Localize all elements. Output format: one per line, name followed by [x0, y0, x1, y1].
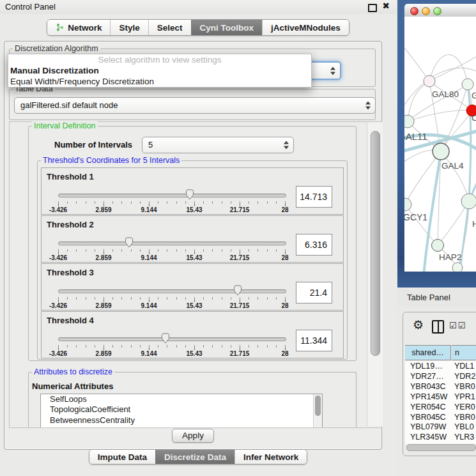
threshold-4-value-field[interactable] [296, 330, 332, 351]
threshold-3-value-field[interactable] [296, 282, 332, 303]
spinner-arrows-icon [330, 66, 335, 75]
popup-item-equal-width[interactable]: Equal Width/Frequency Discretization [8, 76, 311, 87]
tab-network[interactable]: Network [47, 20, 110, 35]
apply-button[interactable]: Apply [172, 429, 214, 443]
number-of-intervals-label: Number of Intervals [54, 140, 132, 150]
threshold-3-slider-thumb[interactable] [233, 284, 243, 296]
threshold-2-value-field[interactable] [296, 234, 332, 256]
threshold-row-3: Threshold 3 -3.4262.859 9.14415.43 21.71… [41, 263, 344, 311]
float-window-icon[interactable] [368, 4, 377, 12]
threshold-4-slider[interactable] [58, 337, 286, 341]
tab-infer-network[interactable]: Infer Network [234, 450, 307, 464]
node-top-right[interactable] [462, 79, 473, 90]
tab-style[interactable]: Style [110, 20, 148, 35]
table-row[interactable]: YDR27…YDR2 [405, 372, 476, 382]
popup-item-prompt[interactable]: Select algorithm to view settings [8, 54, 311, 65]
column-header-name[interactable]: n [452, 345, 476, 360]
attributes-group-title: Attributes to discretize [32, 367, 114, 376]
threshold-2-slider-thumb[interactable] [124, 236, 135, 249]
numerical-attributes-list[interactable]: SelfLoops TopologicalCoefficient Between… [40, 394, 323, 427]
table-row[interactable]: YBR043CYBR0 [405, 382, 476, 392]
network-graph[interactable]: GAL80 G C GAL11 GAL4 GCY1 H HAP2 [404, 17, 476, 272]
thresholds-group-title: Threshold's Coordinates for 5 Intervals [41, 156, 181, 165]
slider-tick-labels: -3.4262.859 9.14415.43 21.71528 [58, 302, 285, 309]
algorithm-group-title: Discretization Algorithm [13, 44, 100, 53]
zoom-traffic-light[interactable] [433, 7, 441, 15]
tab-jactivemnodules[interactable]: jActiveMNodules [262, 20, 349, 35]
node-label: GAL11 [404, 131, 427, 142]
tab-cyni-toolbox[interactable]: Cyni Toolbox [191, 20, 263, 35]
node-gal4[interactable] [433, 143, 449, 160]
vertical-scrollbar-thumb[interactable] [371, 131, 380, 356]
spinner-arrows-icon [365, 102, 371, 110]
threshold-row-4: Threshold 4 -3.4262.859 9.14415.43 21.71… [41, 311, 344, 358]
algorithm-popup: Select algorithm to view settings Manual… [8, 54, 312, 88]
numerical-attributes-label: Numerical Attributes [32, 381, 113, 391]
column-header-shared-name[interactable]: shared… [405, 345, 451, 360]
node-gal80[interactable] [424, 75, 435, 87]
node-hap2[interactable] [432, 240, 444, 252]
vertical-scrollbar[interactable] [367, 122, 383, 426]
spinner-arrows-icon [284, 141, 289, 150]
threshold-1-value-field[interactable] [296, 186, 332, 208]
threshold-row-1: Threshold 1 -3.4262.859 9.14415.43 21.71… [41, 167, 344, 215]
threshold-2-slider[interactable] [58, 242, 286, 245]
minimize-traffic-light[interactable] [422, 7, 430, 15]
node-label: H [472, 219, 476, 229]
table-data-selected: galFiltered.sif default node [20, 98, 118, 112]
threshold-3-slider[interactable] [58, 289, 286, 293]
slider-minor-ticks [58, 297, 286, 300]
table-rows-area: YDL19…YDL1 YDR27…YDR2 YBR043CYBR0 YPR145… [405, 361, 476, 444]
horizontal-scrollbar-thumb[interactable] [406, 444, 476, 451]
list-item[interactable]: BetweennessCentrality [41, 415, 322, 426]
slider-tick-labels: -3.4262.859 9.14415.43 21.71528 [58, 206, 285, 213]
table-data-combo[interactable]: galFiltered.sif default node [14, 97, 376, 114]
number-of-intervals-value: 5 [148, 137, 153, 152]
list-scrollbar-thumb[interactable] [315, 395, 321, 416]
network-icon [56, 23, 64, 32]
node-label: GAL80 [432, 89, 459, 99]
control-panel: Control Panel ✖ Network Style Select Cyn… [0, 0, 396, 476]
node-bottom[interactable] [452, 263, 463, 272]
interval-definition-title: Interval Definition [32, 121, 98, 130]
tab-discretize-data[interactable]: Discretize Data [155, 450, 234, 464]
threshold-1-label: Threshold 1 [47, 172, 94, 181]
slider-minor-ticks [58, 201, 286, 204]
threshold-4-slider-thumb[interactable] [160, 332, 171, 344]
slider-minor-ticks [58, 249, 286, 252]
threshold-row-2: Threshold 2 -3.4262.859 9.14415.43 21.71… [41, 215, 344, 263]
table-row[interactable]: YLR345WYLR3 [405, 433, 476, 443]
list-scrollbar[interactable] [313, 394, 322, 427]
table-row[interactable]: YPR145WYPR1 [405, 392, 476, 403]
network-window-titlebar[interactable] [404, 4, 476, 17]
columns-icon[interactable] [432, 320, 444, 334]
list-item[interactable]: SelfLoops [41, 394, 322, 404]
tab-select[interactable]: Select [148, 20, 191, 35]
node-label: C [472, 113, 476, 123]
threshold-4-label: Threshold 4 [47, 316, 94, 325]
threshold-1-slider-thumb[interactable] [184, 188, 195, 201]
threshold-1-slider[interactable] [58, 194, 286, 197]
threshold-3-label: Threshold 3 [47, 268, 94, 277]
slider-minor-ticks [58, 345, 286, 348]
tab-impute-data[interactable]: Impute Data [89, 450, 155, 464]
node-gal11[interactable] [404, 115, 414, 128]
node-h[interactable] [461, 194, 476, 209]
table-row[interactable]: YBL079WYBL0 [405, 422, 476, 433]
popup-item-manual-discretization[interactable]: Manual Discretization [8, 65, 311, 76]
checkbox-icons[interactable]: ☑☑ [449, 321, 466, 330]
threshold-2-label: Threshold 2 [47, 220, 94, 229]
close-traffic-light[interactable] [410, 7, 418, 15]
slider-tick-labels: -3.4262.859 9.14415.43 21.71528 [58, 254, 285, 261]
table-row[interactable]: YBR045CYBR0 [405, 413, 476, 423]
close-icon[interactable]: ✖ [382, 1, 390, 11]
node-gcy1[interactable] [404, 198, 411, 211]
control-panel-titlebar: Control Panel ✖ [0, 0, 396, 14]
node-label: G [472, 91, 476, 100]
number-of-intervals-combo[interactable]: 5 [142, 137, 294, 153]
gear-icon[interactable]: ⚙ [413, 318, 424, 332]
table-row[interactable]: YER054CYER0 [405, 403, 476, 413]
network-view-canvas[interactable]: GAL80 G C GAL11 GAL4 GCY1 H HAP2 [404, 17, 476, 272]
list-item[interactable]: TopologicalCoefficient [41, 404, 322, 415]
table-row[interactable]: YDL19…YDL1 [405, 362, 476, 372]
